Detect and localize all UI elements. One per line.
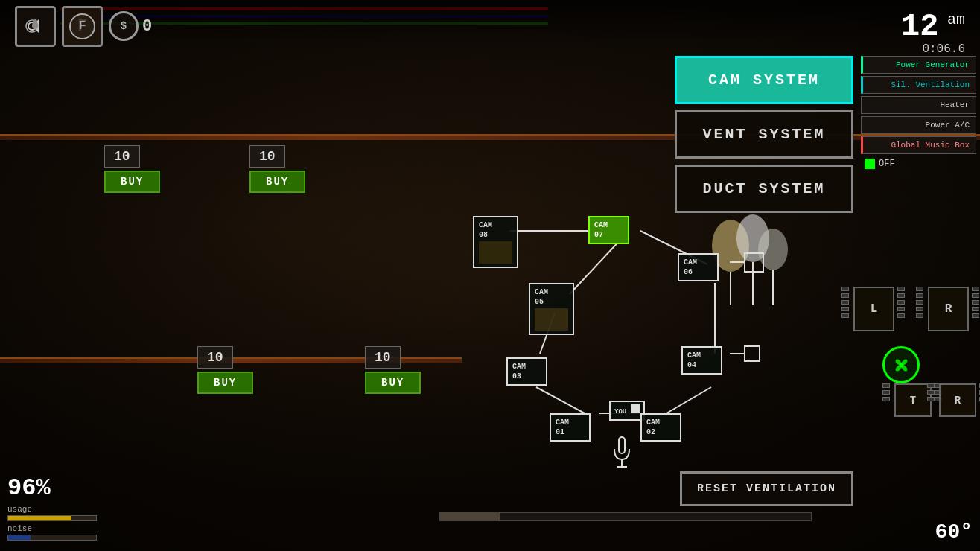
- cam-system-button[interactable]: CAM SYSTEM: [675, 56, 853, 104]
- time-hour: 12: [901, 9, 938, 45]
- usage-bar-container: usage: [7, 505, 156, 521]
- price-2: 10: [249, 145, 285, 168]
- film-strip-r2: R: [927, 383, 980, 417]
- power-ac-btn[interactable]: Power A/C: [861, 116, 976, 134]
- noise-bar: [7, 535, 97, 541]
- cam-map: CAM08 CAM07 CAM06 CAM05 CAM04 CAM03 CAM0…: [439, 208, 827, 491]
- film-cell-l[interactable]: L: [853, 287, 894, 331]
- coin-icon: $: [109, 11, 139, 41]
- cam-01-node[interactable]: CAM01: [550, 413, 591, 442]
- cam-05-node[interactable]: CAM05: [529, 283, 574, 335]
- noise-bar-container: noise: [7, 524, 156, 541]
- usage-bar-fill: [8, 516, 71, 520]
- film-cell-t[interactable]: T: [894, 383, 932, 417]
- global-music-box-btn[interactable]: Global Music Box: [861, 136, 976, 154]
- toggle-indicator: [865, 159, 875, 169]
- buy-area-1: 10 BUY: [104, 145, 160, 193]
- toggle-row: OFF: [861, 156, 976, 171]
- cam-08-node[interactable]: CAM08: [473, 216, 518, 268]
- percent-text: 96%: [7, 474, 51, 502]
- svg-rect-15: [745, 346, 760, 361]
- price-4: 10: [365, 346, 401, 369]
- cam-scrollbar[interactable]: [439, 512, 812, 521]
- buy-area-3: 10 BUY: [197, 346, 253, 394]
- film-cell-r1[interactable]: R: [928, 287, 969, 331]
- buy-button-2[interactable]: BUY: [249, 171, 305, 193]
- foxy-button[interactable]: F F: [62, 6, 103, 47]
- buy-area-2: 10 BUY: [249, 145, 305, 193]
- cam-02-node[interactable]: CAM02: [640, 413, 681, 442]
- duct-system-button[interactable]: DUCT SYSTEM: [675, 165, 853, 213]
- toggle-label: OFF: [879, 159, 895, 169]
- fan-icon: [882, 346, 920, 383]
- sil-ventilation-btn[interactable]: Sil. Ventilation: [861, 76, 976, 94]
- noise-label: noise: [7, 524, 156, 533]
- noise-bar-fill: [8, 535, 31, 540]
- cam-scrollbar-thumb: [440, 513, 500, 520]
- svg-line-11: [536, 387, 585, 413]
- buy-button-4[interactable]: BUY: [365, 372, 421, 394]
- buy-button-1[interactable]: BUY: [104, 171, 160, 193]
- bottom-bar: 96% usage noise: [7, 474, 156, 544]
- svg-line-10: [666, 387, 711, 413]
- usage-bar: [7, 515, 97, 521]
- top-bar: F F $ 0: [0, 0, 980, 52]
- svg-line-7: [570, 238, 622, 294]
- film-cell-r2[interactable]: R: [939, 383, 976, 417]
- reset-ventilation-button[interactable]: RESET VENTILATION: [680, 471, 853, 506]
- svg-point-4: [33, 19, 37, 24]
- film-strip-right1: R: [916, 287, 980, 331]
- you-marker: [631, 404, 640, 413]
- svg-rect-18: [619, 437, 625, 453]
- cam-03-node[interactable]: CAM03: [506, 357, 547, 386]
- cam-05-preview: [535, 308, 568, 331]
- system-buttons: CAM SYSTEM VENT SYSTEM DUCT SYSTEM: [675, 56, 853, 213]
- cam-08-preview: [479, 241, 512, 264]
- cam-04-node[interactable]: CAM04: [681, 346, 722, 375]
- svg-rect-14: [745, 253, 763, 272]
- right-panel: Power Generator Sil. Ventilation Heater …: [861, 56, 980, 171]
- price-1: 10: [104, 145, 140, 168]
- time-ampm: am: [947, 11, 965, 28]
- film-strip-left: L: [841, 287, 906, 331]
- heater-btn[interactable]: Heater: [861, 96, 976, 114]
- buy-area-4: 10 BUY: [365, 346, 421, 394]
- vent-system-button[interactable]: VENT SYSTEM: [675, 110, 853, 159]
- mic-icon: [611, 436, 633, 477]
- time-display: 12 am 0:06.6: [901, 11, 965, 56]
- price-3: 10: [197, 346, 233, 369]
- usage-label: usage: [7, 505, 156, 514]
- coin-count: 0: [142, 17, 152, 36]
- buy-button-3[interactable]: BUY: [197, 372, 253, 394]
- temperature-display: 60°: [935, 520, 973, 544]
- back-button[interactable]: [15, 6, 56, 47]
- power-generator-btn[interactable]: Power Generator: [861, 56, 976, 74]
- cam-07-node[interactable]: CAM07: [588, 216, 629, 244]
- cam-06-node[interactable]: CAM06: [678, 253, 719, 281]
- you-node: YOU: [609, 401, 645, 421]
